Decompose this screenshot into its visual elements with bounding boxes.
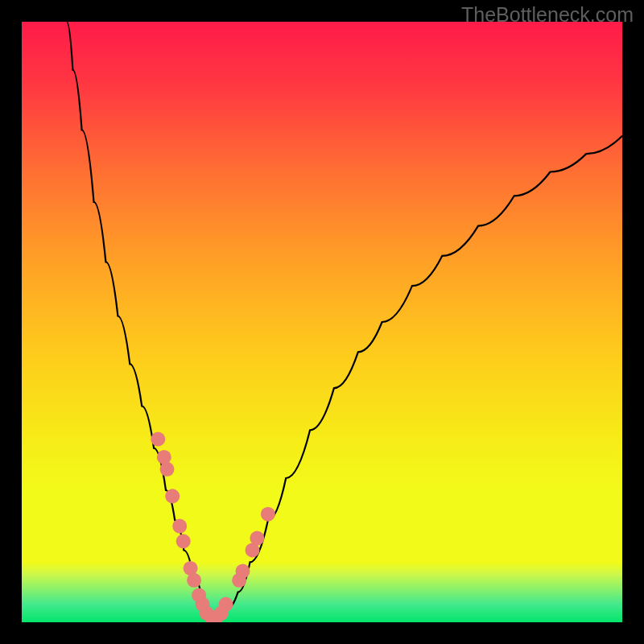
marker-point xyxy=(151,432,165,447)
marker-point xyxy=(172,519,187,534)
chart-frame: TheBottleneck.com xyxy=(0,0,644,644)
marker-point xyxy=(236,564,250,579)
marker-point xyxy=(160,462,175,477)
marker-point xyxy=(250,531,264,546)
marker-point xyxy=(176,534,191,548)
bottleneck-curve xyxy=(67,22,622,617)
marker-point xyxy=(165,489,180,503)
plot-area xyxy=(22,22,622,622)
marker-point xyxy=(187,573,201,588)
marker-points xyxy=(151,432,275,623)
marker-point xyxy=(219,597,233,612)
watermark-text: TheBottleneck.com xyxy=(461,3,634,27)
curve-layer xyxy=(22,22,622,622)
marker-point xyxy=(261,507,275,522)
